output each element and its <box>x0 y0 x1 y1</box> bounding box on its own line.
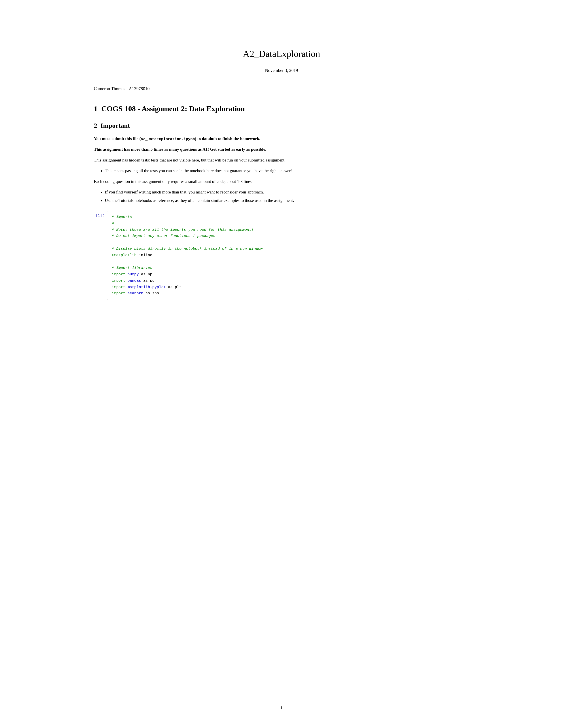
code-line-display-comment: # Display plots directly in the notebook… <box>112 246 465 252</box>
code-line-blank1 <box>112 239 465 246</box>
code-line-pandas: import pandas as pd <box>112 278 465 284</box>
hidden-tests-notice: This assignment has hidden tests: tests … <box>94 157 469 163</box>
author-line: Cameron Thomas - A13978010 <box>94 86 469 91</box>
code-line-import-libs-comment: # Import libraries <box>112 265 465 271</box>
code-line-imports-comment: # Imports <box>112 214 465 220</box>
bullet-item-3: Use the Tutorials notebooks as reference… <box>105 197 469 204</box>
submit-instruction: You must submit this file (A2_DataExplor… <box>94 135 469 142</box>
section-1-heading: 1 COGS 108 - Assignment 2: Data Explorat… <box>94 105 469 113</box>
code-line-numpy: import numpy as np <box>112 271 465 278</box>
section-2-heading: 2 Important <box>94 122 469 129</box>
approach-list: If you find yourself writing much more t… <box>105 189 469 204</box>
code-line-blank2 <box>112 259 465 265</box>
code-line-seaborn: import seaborn as sns <box>112 290 465 297</box>
code-line-donot-comment: # Do not import any other functions / pa… <box>112 233 465 239</box>
bullet-item-1: This means passing all the tests you can… <box>105 167 469 174</box>
code-cell-1[interactable]: [1]: # Imports # # Note: these are all t… <box>94 211 469 300</box>
document-title: A2_DataExploration <box>94 49 469 59</box>
code-line-hash: # <box>112 220 465 227</box>
filename-code: A2_DataExploration.ipynb <box>141 137 195 141</box>
early-start-notice: This assignment has more than 5 times as… <box>94 146 469 153</box>
code-content[interactable]: # Imports # # Note: these are all the im… <box>107 211 469 300</box>
bullet-item-2: If you find yourself writing much more t… <box>105 189 469 195</box>
small-code-notice: Each coding question in this assignment … <box>94 178 469 185</box>
document-date: November 3, 2019 <box>94 68 469 73</box>
cell-line-number: [1]: <box>94 211 107 218</box>
hidden-tests-list: This means passing all the tests you can… <box>105 167 469 174</box>
code-line-note-comment: # Note: these are all the imports you ne… <box>112 227 465 233</box>
page-number: 1 <box>0 706 563 710</box>
code-line-magic: %matplotlib inline <box>112 252 465 259</box>
code-line-matplotlib: import matplotlib.pyplot as plt <box>112 284 465 291</box>
